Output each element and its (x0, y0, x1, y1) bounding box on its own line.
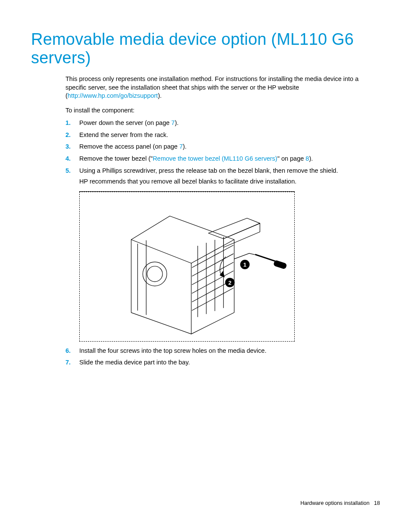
svg-line-9 (192, 254, 234, 276)
step-number: 2. (65, 131, 71, 140)
callout-1: 1 (243, 261, 246, 268)
step-1: 1. Power down the server (on page 7). (65, 119, 380, 128)
step-number: 7. (65, 358, 71, 367)
intro-tail: ). (158, 92, 162, 99)
intro-paragraph: This process only represents one install… (65, 75, 380, 100)
step-6: 6. Install the four screws into the top … (65, 347, 380, 355)
step-number: 6. (65, 347, 71, 355)
step-text: Install the four screws into the top scr… (79, 347, 266, 354)
step-text: Extend the server from the rack. (79, 131, 168, 138)
svg-line-13 (192, 288, 234, 310)
page-ref-link[interactable]: 7 (171, 119, 175, 126)
step-text: Remove the tower bezel (" (79, 155, 153, 162)
step-2: 2. Extend the server from the rack. (65, 131, 380, 140)
svg-rect-21 (273, 260, 287, 269)
step-text-tail: ). (175, 119, 179, 126)
step-text-tail: ). (309, 155, 313, 162)
install-steps-list: 1. Power down the server (on page 7). 2.… (65, 119, 380, 367)
bizsupport-link[interactable]: http://www.hp.com/go/bizsupport (68, 92, 158, 99)
svg-marker-15 (224, 223, 260, 247)
figure-container: 1 2 (79, 191, 295, 342)
install-label: To install the component: (65, 106, 380, 115)
svg-line-8 (192, 245, 234, 268)
server-illustration: 1 2 (79, 192, 295, 342)
step-text: Remove the access panel (on page (79, 143, 179, 150)
svg-point-19 (147, 266, 162, 282)
svg-marker-0 (131, 216, 234, 334)
svg-line-1 (131, 240, 191, 263)
step-number: 4. (65, 155, 71, 163)
page-footer: Hardware options installation 18 (300, 500, 380, 506)
step-text: Power down the server (on page (79, 119, 171, 126)
step-text: Slide the media device part into the bay… (79, 359, 190, 366)
footer-page-number: 18 (374, 500, 380, 506)
crossref-link[interactable]: Remove the tower bezel (ML110 G6 servers… (153, 155, 277, 162)
step-number: 1. (65, 119, 71, 128)
footer-section: Hardware options installation (300, 500, 370, 506)
step-3: 3. Remove the access panel (on page 7). (65, 143, 380, 151)
step-text: Using a Phillips screwdriver, press the … (79, 167, 338, 174)
server-svg: 1 2 (80, 192, 294, 341)
step-5: 5. Using a Phillips screwdriver, press t… (65, 167, 380, 342)
step-text-mid: " on page (277, 155, 306, 162)
step-4: 4. Remove the tower bezel ("Remove the t… (65, 155, 380, 163)
svg-marker-14 (209, 218, 260, 239)
step-7: 7. Slide the media device part into the … (65, 358, 380, 367)
page-title: Removable media device option (ML110 G6 … (31, 30, 380, 67)
callout-2: 2 (228, 279, 231, 286)
step-number: 3. (65, 143, 71, 151)
step-subtext: HP recommends that you remove all bezel … (79, 177, 380, 186)
step-number: 5. (65, 167, 71, 175)
step-text-tail: ). (183, 143, 187, 150)
